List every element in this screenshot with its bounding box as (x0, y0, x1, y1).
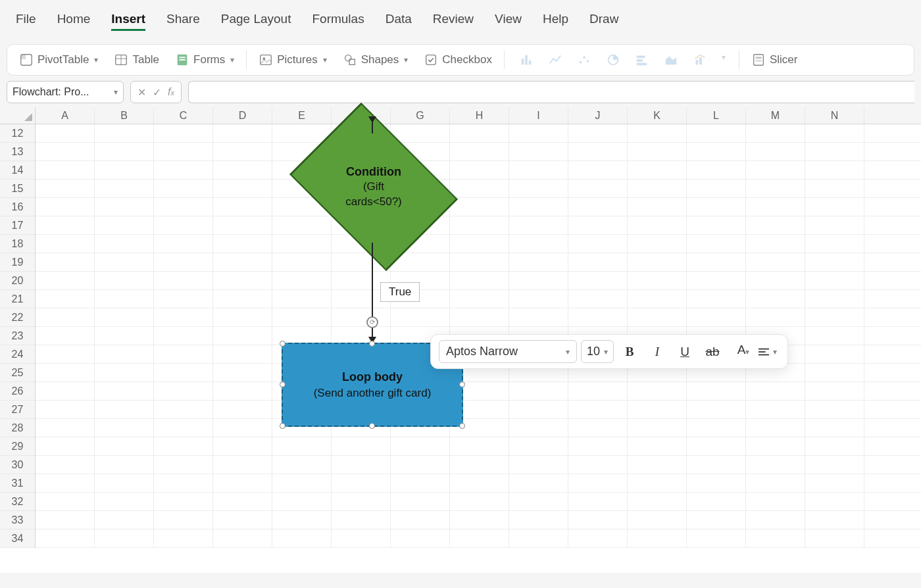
cell[interactable] (36, 180, 95, 197)
cell[interactable] (509, 161, 568, 179)
cell[interactable] (332, 327, 391, 345)
cell[interactable] (154, 161, 213, 179)
cell[interactable] (805, 180, 864, 197)
cell[interactable] (36, 345, 95, 363)
cell[interactable] (628, 253, 687, 271)
cell[interactable] (509, 235, 568, 253)
cell[interactable] (805, 198, 864, 216)
cell[interactable] (36, 253, 95, 271)
cell[interactable] (36, 308, 95, 326)
cell[interactable] (95, 511, 154, 529)
cell[interactable] (154, 364, 213, 381)
cell[interactable] (332, 529, 391, 547)
cell[interactable] (213, 253, 272, 271)
cell[interactable] (805, 161, 864, 179)
cell[interactable] (628, 290, 687, 308)
cell[interactable] (450, 529, 509, 547)
cell[interactable] (213, 401, 272, 418)
resize-handle[interactable] (459, 423, 465, 429)
column-header[interactable]: C (154, 107, 213, 124)
forms-button[interactable]: Forms ▾ (170, 50, 239, 70)
column-header[interactable]: I (509, 107, 568, 124)
cell[interactable] (746, 180, 805, 197)
cell[interactable] (509, 143, 568, 160)
name-box[interactable]: Flowchart: Pro... ▾ (7, 81, 124, 103)
cell[interactable] (272, 511, 332, 529)
underline-button[interactable]: U (673, 341, 697, 363)
cell[interactable] (450, 161, 509, 179)
row-header[interactable]: 30 (0, 456, 35, 474)
cell[interactable] (95, 437, 154, 455)
cell[interactable] (213, 474, 272, 492)
row-header[interactable]: 25 (0, 364, 35, 382)
cell[interactable] (628, 382, 687, 400)
cell[interactable] (272, 253, 332, 271)
cell[interactable] (154, 511, 213, 529)
cell[interactable] (95, 290, 154, 308)
cell[interactable] (213, 456, 272, 474)
cell[interactable] (805, 511, 864, 529)
flowchart-decision-shape[interactable]: Condition (Gift cards<50?) (293, 130, 454, 244)
cell[interactable] (805, 345, 864, 363)
cell[interactable] (509, 493, 568, 510)
cell[interactable] (628, 272, 687, 289)
cell[interactable] (154, 529, 213, 547)
cell[interactable] (568, 382, 628, 400)
cell[interactable] (509, 253, 568, 271)
cell[interactable] (213, 364, 272, 381)
align-button[interactable]: ▾ (756, 341, 780, 363)
accept-icon[interactable]: ✓ (153, 86, 161, 99)
cell[interactable] (154, 382, 213, 400)
resize-handle[interactable] (369, 341, 375, 347)
cell[interactable] (509, 437, 568, 455)
fx-icon[interactable]: fx (168, 86, 174, 98)
cell[interactable] (746, 235, 805, 253)
cell[interactable] (36, 437, 95, 455)
cell[interactable] (391, 308, 450, 326)
cell[interactable] (213, 161, 272, 179)
cell[interactable] (95, 419, 154, 437)
menu-review[interactable]: Review (433, 12, 474, 31)
cell[interactable] (332, 308, 391, 326)
column-header[interactable]: A (36, 107, 95, 124)
cell[interactable] (805, 124, 864, 142)
cell[interactable] (568, 161, 628, 179)
cell[interactable] (746, 272, 805, 289)
cell[interactable] (568, 493, 628, 510)
cell[interactable] (746, 474, 805, 492)
cell[interactable] (628, 419, 687, 437)
cell[interactable] (332, 474, 391, 492)
cell[interactable] (391, 474, 450, 492)
cell[interactable] (568, 124, 628, 142)
cell[interactable] (332, 272, 391, 289)
font-picker[interactable]: Aptos Narrow ▾ (439, 340, 577, 363)
cell[interactable] (805, 401, 864, 418)
cell[interactable] (154, 327, 213, 345)
cell[interactable] (36, 198, 95, 216)
cell[interactable] (628, 401, 687, 418)
cell[interactable] (95, 327, 154, 345)
font-color-button[interactable]: A ▾ (728, 341, 752, 363)
cell[interactable] (746, 216, 805, 234)
menu-data[interactable]: Data (386, 12, 412, 31)
cell[interactable] (687, 419, 746, 437)
cell[interactable] (805, 364, 864, 381)
cell[interactable] (805, 290, 864, 308)
cancel-icon[interactable]: ✕ (137, 86, 146, 99)
cell[interactable] (450, 235, 509, 253)
cell[interactable] (272, 456, 332, 474)
cell[interactable] (628, 180, 687, 197)
row-header[interactable]: 32 (0, 493, 35, 511)
menu-page-layout[interactable]: Page Layout (221, 12, 291, 31)
cell[interactable] (687, 161, 746, 179)
cell[interactable] (154, 401, 213, 418)
cell[interactable] (154, 216, 213, 234)
cell[interactable] (36, 529, 95, 547)
bar-chart-icon[interactable] (634, 53, 651, 67)
row-header[interactable]: 12 (0, 124, 35, 143)
cell[interactable] (805, 308, 864, 326)
cell[interactable] (213, 437, 272, 455)
column-header[interactable]: H (450, 107, 509, 124)
table-button[interactable]: Table (109, 50, 164, 70)
cell[interactable] (213, 235, 272, 253)
